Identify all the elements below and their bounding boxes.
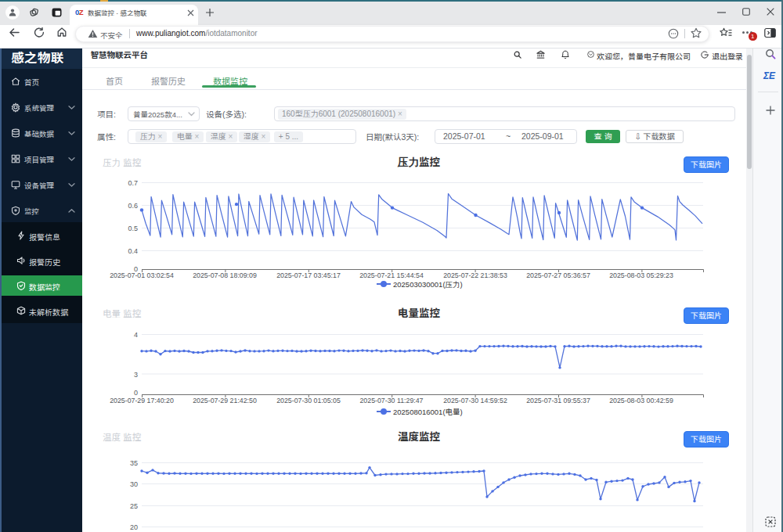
svg-text:0.5: 0.5 [128,225,138,232]
svg-text:2025-07-30 11:29:47: 2025-07-30 11:29:47 [359,397,423,404]
svg-text:0.4: 0.4 [128,247,138,255]
svg-text:2025-07-30 01:05:05: 2025-07-30 01:05:05 [276,397,341,404]
svg-text:0.7: 0.7 [128,179,138,187]
svg-text:2025-07-21 15:44:54: 2025-07-21 15:44:54 [359,271,424,279]
svg-text:3: 3 [134,371,138,379]
svg-text:30: 30 [130,480,138,488]
svg-text:2025-07-27 05:36:57: 2025-07-27 05:36:57 [526,271,590,279]
svg-text:0.6: 0.6 [128,202,138,210]
svg-text:2025-07-01 03:02:54: 2025-07-01 03:02:54 [110,271,174,279]
svg-text:2025-07-17 03:45:17: 2025-07-17 03:45:17 [276,271,341,279]
svg-text:2025-07-29 17:40:20: 2025-07-29 17:40:20 [110,397,174,404]
svg-text:2025-08-03 00:42:59: 2025-08-03 00:42:59 [609,397,673,404]
svg-text:2025-08-03 05:29:23: 2025-08-03 05:29:23 [609,271,673,279]
svg-text:2025-07-22 21:38:53: 2025-07-22 21:38:53 [443,271,507,279]
svg-text:4: 4 [134,331,138,339]
svg-text:2025-07-29 21:42:50: 2025-07-29 21:42:50 [193,397,257,404]
svg-text:2025-07-30 14:59:52: 2025-07-30 14:59:52 [443,397,507,404]
svg-text:25: 25 [130,502,138,510]
svg-text:0: 0 [134,389,138,397]
svg-text:20: 20 [130,523,138,531]
svg-text:2025-07-08 18:09:09: 2025-07-08 18:09:09 [193,271,257,279]
svg-text:202508016001(电量): 202508016001(电量) [393,408,463,416]
svg-text:35: 35 [130,459,138,467]
svg-text:202503030001(压力): 202503030001(压力) [393,280,463,289]
svg-text:2025-07-31 09:55:37: 2025-07-31 09:55:37 [526,397,590,404]
